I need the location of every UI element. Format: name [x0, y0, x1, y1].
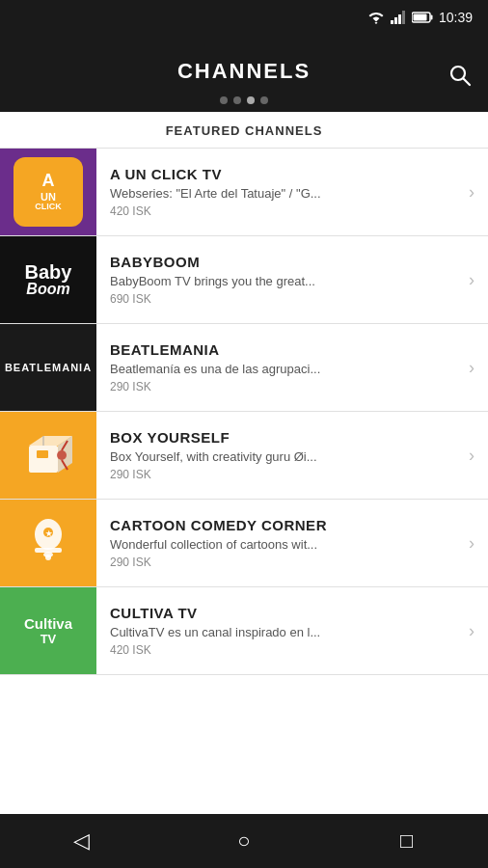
channel-name: BOX YOURSELF [110, 429, 459, 446]
channel-price: 290 ISK [110, 556, 459, 569]
channel-info: BEATLEMANIA Beatlemanía es una de las ag… [96, 330, 469, 405]
recents-button[interactable]: □ [378, 822, 436, 860]
channel-name: CARTOON COMEDY CORNER [110, 517, 459, 533]
channel-thumbnail: Cultiva TV [0, 587, 96, 674]
status-time: 10:39 [439, 10, 473, 25]
channel-list: A UN CLICK A UN CLICK TV Webseries: "El … [0, 149, 488, 675]
signal-icon [391, 11, 406, 24]
channel-info: A UN CLICK TV Webseries: "El Arte del Ta… [96, 154, 469, 230]
channel-item[interactable]: BOX YOURSELF Box Yourself, with creativi… [0, 412, 488, 500]
channel-logo: Cultiva TV [24, 615, 72, 646]
svg-point-20 [45, 555, 51, 560]
header: CHANNELS [0, 35, 488, 112]
channel-logo: ★ [15, 510, 81, 576]
channel-thumbnail [0, 412, 96, 499]
channel-item[interactable]: Beatlemania BEATLEMANIA Beatlemanía es u… [0, 324, 488, 412]
svg-rect-2 [398, 14, 401, 24]
svg-rect-9 [29, 446, 58, 473]
channel-name: A UN CLICK TV [110, 166, 459, 182]
chevron-right-icon: › [469, 621, 488, 641]
chevron-right-icon: › [469, 358, 488, 378]
dot-4 [260, 96, 268, 104]
channel-info: CULTIVA TV CultivaTV es un canal inspira… [96, 593, 469, 668]
channel-description: CultivaTV es un canal inspirado en l... [110, 625, 370, 639]
svg-rect-0 [391, 20, 393, 24]
chevron-right-icon: › [469, 182, 488, 203]
channel-description: Beatlemanía es una de las agrupaci... [110, 362, 370, 376]
channel-logo: Baby Boom [25, 262, 72, 297]
channel-item[interactable]: Baby Boom BABYBOOM BabyBoom TV brings yo… [0, 236, 488, 324]
channel-price: 690 ISK [110, 292, 459, 306]
channel-price: 420 ISK [110, 204, 459, 218]
channel-name: CULTIVA TV [110, 605, 459, 621]
channel-info: CARTOON COMEDY CORNER Wonderful collecti… [96, 505, 469, 581]
chevron-right-icon: › [469, 270, 488, 290]
channel-name: BABYBOOM [110, 254, 459, 270]
home-button[interactable]: ○ [215, 822, 273, 860]
status-icons: 10:39 [367, 10, 473, 25]
dot-2 [233, 96, 241, 104]
svg-rect-13 [37, 450, 48, 458]
dot-1 [220, 96, 228, 104]
svg-rect-5 [413, 14, 426, 21]
svg-text:★: ★ [45, 529, 53, 538]
channel-item[interactable]: ★ CARTOON COMEDY CORNER Wonderful collec… [0, 500, 488, 587]
back-button[interactable]: ◁ [52, 822, 110, 860]
channel-info: BOX YOURSELF Box Yourself, with creativi… [96, 418, 469, 493]
search-button[interactable] [447, 63, 473, 92]
channel-price: 420 ISK [110, 643, 459, 657]
battery-icon [412, 12, 433, 23]
channel-price: 290 ISK [110, 380, 459, 393]
section-title: FEATURED CHANNELS [0, 112, 488, 149]
svg-point-14 [57, 450, 67, 460]
chevron-right-icon: › [469, 446, 488, 466]
bottom-navigation: ◁ ○ □ [0, 814, 488, 868]
channel-description: Wonderful collection of cartoons wit... [110, 537, 370, 552]
channel-info: BABYBOOM BabyBoom TV brings you the grea… [96, 242, 469, 317]
channel-thumbnail: A UN CLICK [0, 149, 96, 235]
channel-description: Box Yourself, with creativity guru Øi... [110, 449, 370, 464]
wifi-icon [367, 11, 385, 24]
status-bar: 10:39 [0, 0, 488, 35]
channel-description: Webseries: "El Arte del Tatuaje" / "G... [110, 186, 370, 201]
dot-3 [247, 96, 255, 104]
channel-thumbnail: Baby Boom [0, 236, 96, 323]
page-title: CHANNELS [177, 59, 311, 84]
page-dots [220, 96, 268, 104]
channel-logo [15, 422, 81, 488]
chevron-right-icon: › [469, 533, 488, 554]
channel-logo: A UN CLICK [14, 157, 83, 227]
channel-description: BabyBoom TV brings you the great... [110, 274, 370, 288]
channel-name: BEATLEMANIA [110, 341, 459, 358]
channel-logo: Beatlemania [5, 362, 92, 373]
channel-price: 290 ISK [110, 468, 459, 481]
channel-item[interactable]: Cultiva TV CULTIVA TV CultivaTV es un ca… [0, 587, 488, 675]
svg-rect-6 [430, 15, 432, 20]
svg-rect-3 [402, 11, 405, 24]
channel-thumbnail: ★ [0, 500, 96, 586]
channel-thumbnail: Beatlemania [0, 324, 96, 411]
channel-item[interactable]: A UN CLICK A UN CLICK TV Webseries: "El … [0, 149, 488, 236]
svg-line-8 [464, 79, 471, 86]
svg-rect-1 [394, 17, 397, 24]
